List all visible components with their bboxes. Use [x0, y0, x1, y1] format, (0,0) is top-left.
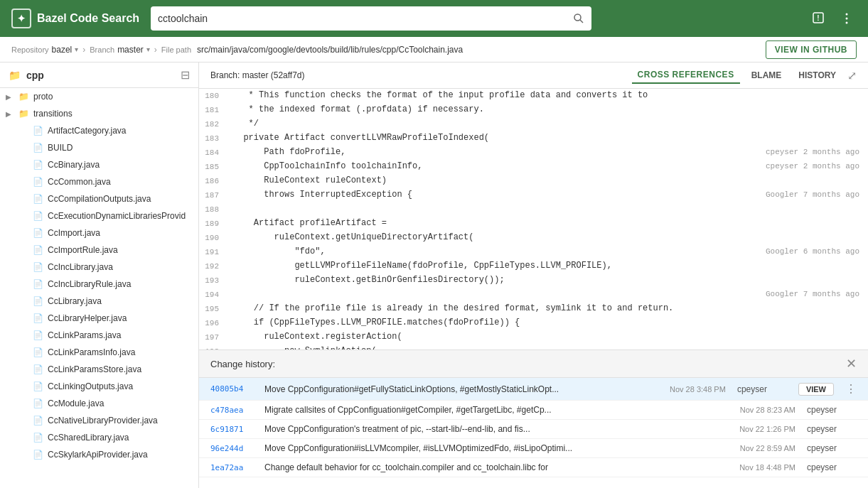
sidebar-item-14[interactable]: 📄CcLinkParams.java	[0, 327, 198, 344]
file-icon: 📄	[33, 347, 43, 357]
line-number: 194	[199, 288, 227, 301]
line-meta	[859, 231, 868, 244]
search-bar	[151, 6, 591, 31]
branch-selector[interactable]: master ▾	[117, 45, 150, 55]
sidebar-item-7[interactable]: 📄CcExecutionDynamicLibrariesProvid	[0, 207, 198, 224]
code-line: 180 * This function checks the format of…	[199, 89, 868, 103]
line-number: 198	[199, 345, 227, 349]
sidebar-item-label: CcLibrary.java	[48, 296, 102, 306]
code-line: 183 private Artifact convertLLVMRawProfi…	[199, 131, 868, 146]
sidebar-item-4[interactable]: 📄CcBinary.java	[0, 156, 198, 173]
line-number: 180	[199, 89, 227, 102]
code-line: 182 */	[199, 117, 868, 131]
header: ✦ Bazel Code Search !	[0, 0, 868, 37]
line-content: RuleContext ruleContext)	[227, 174, 859, 188]
sidebar-item-11[interactable]: 📄CcIncLibraryRule.java	[0, 276, 198, 293]
history-row[interactable]: 1ea72aa Change default behavior for cc_t…	[199, 458, 868, 477]
history-row[interactable]: 40805b4 Move CppConfiguration#getFullySt…	[199, 378, 868, 401]
line-content: ruleContext.registerAction(	[227, 330, 859, 344]
branch-label-code: Branch:	[210, 70, 240, 80]
repo-selector[interactable]: bazel ▾	[52, 45, 79, 55]
sidebar-item-18[interactable]: 📄CcModule.java	[0, 395, 198, 412]
code-line: 195 // If the profile file is already in…	[199, 302, 868, 316]
sidebar-item-12[interactable]: 📄CcLibrary.java	[0, 293, 198, 310]
line-meta	[859, 316, 868, 330]
sep2: ›	[154, 45, 157, 55]
cross-references-button[interactable]: CROSS REFERENCES	[632, 67, 740, 84]
sidebar-collapse-button[interactable]: ⊟	[181, 68, 190, 82]
app-title: Bazel Code Search	[37, 12, 139, 25]
history-message: Migrate callsites of CppConfiguation#get…	[264, 405, 699, 415]
svg-point-6	[846, 22, 848, 24]
file-icon: 📄	[33, 143, 43, 153]
code-line: 181 * the indexed format (.profdata) if …	[199, 103, 868, 117]
sidebar-item-16[interactable]: 📄CcLinkParamsStore.java	[0, 361, 198, 378]
history-message: Change default behavior for cc_toolchain…	[264, 462, 699, 472]
main-layout: 📁 cpp ⊟ ▶📁proto▶📁transitions📄ArtifactCat…	[0, 63, 868, 488]
sidebar-item-label: CcLibraryHelper.java	[48, 313, 127, 323]
file-icon: 📄	[33, 262, 43, 272]
sidebar-item-5[interactable]: 📄CcCommon.java	[0, 173, 198, 190]
sidebar-item-20[interactable]: 📄CcSharedLibrary.java	[0, 429, 198, 446]
line-number: 183	[199, 131, 227, 145]
file-icon: 📄	[33, 381, 43, 391]
sidebar-item-19[interactable]: 📄CcNativeLibraryProvider.java	[0, 412, 198, 429]
filepath-value: src/main/java/com/google/devtools/build/…	[197, 45, 463, 55]
history-button[interactable]: HISTORY	[793, 67, 842, 83]
sidebar-item-label: CcImportRule.java	[48, 245, 118, 255]
sidebar-item-6[interactable]: 📄CcCompilationOutputs.java	[0, 190, 198, 207]
history-row[interactable]: c478aea Migrate callsites of CppConfigua…	[199, 401, 868, 420]
search-icon	[573, 13, 584, 24]
history-row[interactable]: 96e244d Move CppConfiguration#isLLVMcomp…	[199, 439, 868, 458]
history-row[interactable]: 6c91871 Move CppConfiguration's treatmen…	[199, 420, 868, 439]
sidebar-item-label: CcLinkParamsStore.java	[48, 364, 141, 374]
history-view-button[interactable]: VIEW	[798, 383, 834, 396]
sidebar-item-0[interactable]: ▶📁proto	[0, 88, 198, 105]
line-meta	[859, 273, 868, 287]
branch-value-code: master (52aff7d)	[242, 70, 305, 80]
sidebar-item-15[interactable]: 📄CcLinkParamsInfo.java	[0, 344, 198, 361]
expand-view-button[interactable]: ⤢	[847, 69, 857, 82]
more-icon	[840, 11, 854, 26]
search-input[interactable]	[158, 13, 567, 24]
sidebar-item-21[interactable]: 📄CcSkylarkApiProvider.java	[0, 446, 198, 463]
sidebar-item-label: CcCommon.java	[48, 177, 111, 187]
history-close-button[interactable]: ✕	[846, 356, 857, 372]
repo-dropdown-arrow: ▾	[75, 45, 78, 53]
search-button[interactable]	[573, 13, 584, 24]
sidebar-item-9[interactable]: 📄CcImportRule.java	[0, 242, 198, 259]
filepath-label: File path	[161, 45, 191, 54]
history-hash: c478aea	[210, 406, 253, 415]
sidebar-item-label: CcSharedLibrary.java	[48, 433, 129, 443]
folder-icon: 📁	[9, 70, 21, 81]
file-icon: 📄	[33, 279, 43, 289]
file-icon: 📄	[33, 313, 43, 323]
more-menu-button[interactable]	[837, 9, 857, 28]
sidebar-item-8[interactable]: 📄CcImport.java	[0, 224, 198, 242]
sidebar-item-13[interactable]: 📄CcLibraryHelper.java	[0, 310, 198, 327]
code-line: 191 "fdo",Googler 6 months ago	[199, 245, 868, 259]
history-panel-title: Change history:	[210, 359, 846, 369]
history-more-button[interactable]: ⋮	[845, 382, 857, 396]
file-icon: 📄	[33, 330, 43, 340]
breadcrumb: Repository bazel ▾ › Branch master ▾ › F…	[0, 37, 868, 63]
sidebar-item-label: CcCompilationOutputs.java	[48, 194, 151, 204]
sidebar-item-17[interactable]: 📄CcLinkingOutputs.java	[0, 378, 198, 395]
branch-value: master	[117, 45, 144, 55]
view-github-button[interactable]: VIEW IN GITHUB	[766, 40, 857, 59]
sidebar-item-label: CcImport.java	[48, 228, 100, 238]
sidebar-title: cpp	[26, 70, 175, 81]
sidebar-item-label: CcNativeLibraryProvider.java	[48, 416, 158, 425]
sidebar-item-2[interactable]: 📄ArtifactCategory.java	[0, 122, 198, 139]
file-icon: 📄	[33, 228, 43, 238]
notification-button[interactable]: !	[808, 9, 828, 28]
line-content: throws InterruptedException {	[227, 188, 766, 202]
sidebar-item-1[interactable]: ▶📁transitions	[0, 105, 198, 122]
blame-button[interactable]: BLAME	[746, 67, 788, 83]
code-view[interactable]: 180 * This function checks the format of…	[199, 89, 868, 349]
line-number: 181	[199, 103, 227, 116]
file-icon: 📄	[33, 245, 43, 255]
sidebar-item-3[interactable]: 📄BUILD	[0, 139, 198, 156]
sidebar-item-10[interactable]: 📄CcIncLibrary.java	[0, 259, 198, 276]
history-date: Nov 22 8:59 AM	[710, 444, 795, 452]
